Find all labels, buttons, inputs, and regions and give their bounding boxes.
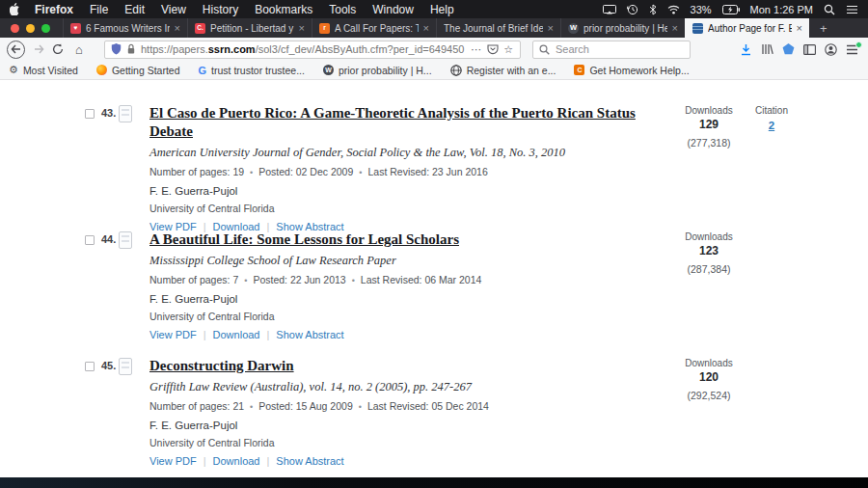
paper-actions: View PDF|Download|Show Abstract bbox=[149, 455, 665, 467]
menubar-item-tools[interactable]: Tools bbox=[329, 3, 356, 16]
wifi-icon[interactable] bbox=[667, 5, 680, 14]
bookmark-prior-probability[interactable]: W prior probability | H... bbox=[323, 65, 432, 76]
account-icon[interactable] bbox=[825, 43, 837, 56]
paper-actions: View PDF|Download|Show Abstract bbox=[149, 329, 665, 340]
bookmark-register[interactable]: Register with an e... bbox=[450, 65, 556, 76]
download-link[interactable]: Download bbox=[213, 329, 260, 340]
wordpress-favicon: W bbox=[568, 23, 579, 34]
citation-count-link[interactable]: 2 bbox=[769, 120, 774, 131]
back-button[interactable] bbox=[7, 41, 25, 59]
citation-label: Citation bbox=[745, 105, 799, 116]
download-link[interactable]: Download bbox=[213, 455, 260, 467]
tab-petition[interactable]: C. Petition - Libertad y demo × bbox=[187, 18, 312, 38]
tab-prior-probability[interactable]: W prior probability | Hey, wh × bbox=[560, 18, 685, 38]
paper-author-link[interactable]: F. E. Guerra-Pujol bbox=[149, 293, 665, 305]
citation-column: Citation 2 bbox=[745, 105, 799, 133]
tab-bar: ♥ 6 Famous Writers Injured × C. Petition… bbox=[0, 18, 868, 38]
downloads-column: Downloads 129 (277,318) bbox=[674, 105, 744, 149]
tracking-protection-shield-icon[interactable] bbox=[111, 43, 122, 55]
minimize-window-button[interactable] bbox=[26, 24, 35, 33]
bullet-separator: • bbox=[250, 168, 253, 177]
zoom-window-button[interactable] bbox=[41, 24, 50, 33]
tab-famous-writers[interactable]: ♥ 6 Famous Writers Injured × bbox=[63, 18, 187, 38]
menubar-item-edit[interactable]: Edit bbox=[124, 3, 145, 16]
lock-icon[interactable] bbox=[126, 43, 136, 55]
paper-author-link[interactable]: F. E. Guerra-Pujol bbox=[149, 420, 665, 431]
tab-author-page-active[interactable]: Author Page for F. E. Guer × bbox=[685, 18, 809, 38]
bullet-separator: • bbox=[352, 276, 355, 285]
menubar-clock[interactable]: Mon 1:26 PM bbox=[750, 4, 813, 15]
gear-icon: ⚙ bbox=[9, 64, 18, 76]
paper-row-44: 44. A Beautiful Life: Some Lessons for L… bbox=[0, 230, 868, 354]
bookmark-getting-started[interactable]: Getting Started bbox=[96, 65, 180, 76]
bookmark-star-icon[interactable]: ☆ bbox=[503, 43, 514, 56]
pocket-icon[interactable] bbox=[487, 44, 499, 55]
home-button[interactable]: ⌂ bbox=[69, 40, 89, 59]
url-text[interactable]: https://papers.ssrn.com/sol3/cf_dev/AbsB… bbox=[141, 43, 466, 55]
time-machine-icon[interactable] bbox=[627, 4, 638, 15]
paper-checkbox[interactable] bbox=[85, 235, 95, 245]
r-favicon: r bbox=[319, 23, 330, 34]
sidebar-toggle-icon[interactable] bbox=[803, 44, 816, 55]
battery-charging-icon[interactable] bbox=[722, 5, 740, 14]
extension-icon[interactable] bbox=[782, 43, 795, 55]
forward-button[interactable] bbox=[29, 40, 48, 59]
bottom-bar bbox=[0, 477, 868, 488]
paper-title-link[interactable]: Deconstructing Darwin bbox=[149, 357, 294, 375]
search-placeholder: Search bbox=[556, 43, 589, 55]
tab-close-icon[interactable]: × bbox=[797, 22, 802, 34]
tab-close-icon[interactable]: × bbox=[672, 22, 678, 34]
spotlight-search-icon[interactable] bbox=[824, 4, 835, 15]
bluetooth-icon[interactable] bbox=[649, 4, 657, 15]
menubar-item-help[interactable]: Help bbox=[430, 3, 454, 16]
tab-close-icon[interactable]: × bbox=[423, 22, 429, 34]
paper-title-link[interactable]: El Caso de Puerto Rico: A Game-Theoretic… bbox=[149, 104, 665, 141]
menubar-item-file[interactable]: File bbox=[90, 3, 108, 16]
show-abstract-link[interactable]: Show Abstract bbox=[276, 455, 343, 467]
pipe-separator: | bbox=[203, 455, 206, 467]
document-icon bbox=[119, 231, 132, 249]
window-controls bbox=[0, 18, 63, 38]
paper-title-link[interactable]: A Beautiful Life: Some Lessons for Legal… bbox=[149, 230, 459, 249]
downloads-count: 129 bbox=[674, 118, 744, 131]
view-pdf-link[interactable]: View PDF bbox=[149, 329, 197, 340]
notification-center-icon[interactable] bbox=[846, 5, 858, 14]
close-window-button[interactable] bbox=[11, 24, 19, 33]
screen-mirroring-icon[interactable] bbox=[603, 5, 616, 14]
bookmark-most-visited[interactable]: ⚙ Most Visited bbox=[9, 64, 78, 76]
menubar-item-window[interactable]: Window bbox=[372, 3, 414, 16]
menubar-item-firefox[interactable]: Firefox bbox=[35, 3, 73, 16]
tab-close-icon[interactable]: × bbox=[299, 22, 305, 34]
downloads-total: (287,384) bbox=[674, 263, 744, 275]
menu-hamburger-icon[interactable] bbox=[846, 44, 858, 55]
paper-checkbox[interactable] bbox=[85, 109, 95, 119]
library-icon[interactable] bbox=[761, 43, 773, 55]
macos-menubar: Firefox File Edit View History Bookmarks… bbox=[0, 0, 868, 18]
show-abstract-link[interactable]: Show Abstract bbox=[276, 329, 343, 340]
wordpress-icon: W bbox=[323, 65, 334, 75]
downloads-icon[interactable] bbox=[740, 43, 752, 56]
view-pdf-link[interactable]: View PDF bbox=[149, 455, 197, 467]
downloads-count: 120 bbox=[674, 370, 744, 384]
url-bar[interactable]: https://papers.ssrn.com/sol3/cf_dev/AbsB… bbox=[104, 41, 521, 59]
tab-call-for-papers[interactable]: r A Call For Papers: The Rec × bbox=[312, 18, 436, 38]
menubar-item-bookmarks[interactable]: Bookmarks bbox=[255, 3, 312, 16]
apple-menu-icon[interactable] bbox=[10, 3, 20, 15]
downloads-label: Downloads bbox=[674, 231, 744, 242]
new-tab-button[interactable]: + bbox=[809, 18, 838, 38]
search-input[interactable]: Search bbox=[532, 41, 691, 59]
paper-affiliation: University of Central Florida bbox=[149, 437, 665, 448]
reload-button[interactable] bbox=[48, 40, 68, 59]
menubar-item-view[interactable]: View bbox=[161, 3, 186, 16]
paper-checkbox[interactable] bbox=[85, 362, 95, 371]
bookmark-trust-trustor[interactable]: G trust trustor trustee... bbox=[199, 65, 305, 76]
menubar-item-history[interactable]: History bbox=[203, 3, 238, 16]
tab-close-icon[interactable]: × bbox=[175, 22, 180, 34]
bookmark-homework-help[interactable]: C Get Homework Help... bbox=[574, 65, 689, 76]
paper-author-link[interactable]: F. E. Guerra-Pujol bbox=[149, 185, 665, 197]
tab-journal-brief-ideas[interactable]: The Journal of Brief Ideas × bbox=[436, 18, 560, 38]
paper-row-45: 45. Deconstructing Darwin Griffith Law R… bbox=[0, 357, 868, 480]
tab-close-icon[interactable]: × bbox=[548, 22, 554, 34]
paper-number: 43. bbox=[101, 107, 116, 119]
page-actions-icon[interactable]: ⋯ bbox=[471, 43, 482, 56]
